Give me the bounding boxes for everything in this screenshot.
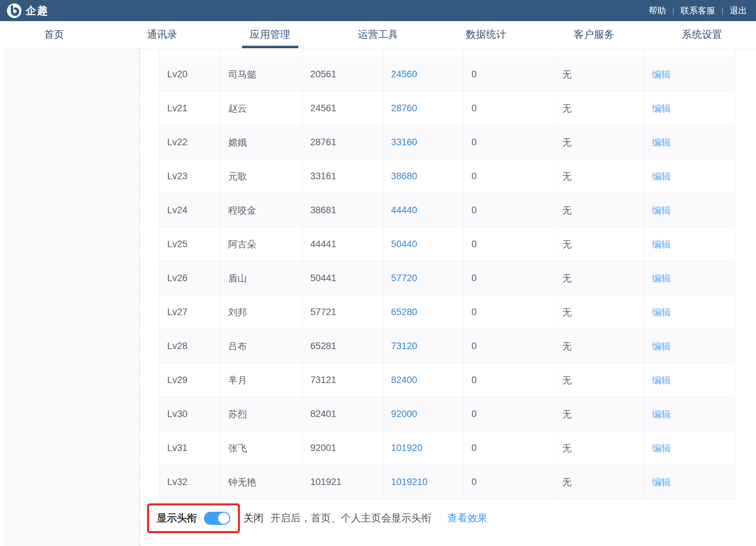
edit-link[interactable]: 编辑 <box>652 102 671 115</box>
exp-from-cell: 57721 <box>303 295 384 329</box>
name-cell: 嫦娥 <box>221 125 303 159</box>
count-cell: 0 <box>464 465 555 499</box>
exp-to-link[interactable]: 1019210 <box>391 477 428 487</box>
edit-link[interactable]: 编辑 <box>652 476 671 488</box>
count-cell: 0 <box>464 363 555 397</box>
title-cell: 无 <box>555 58 644 91</box>
level-cell: Lv30 <box>160 397 221 431</box>
edit-link[interactable]: 编辑 <box>652 204 671 217</box>
exp-to-cell: 57720 <box>384 261 464 295</box>
action-cell: 编辑 <box>644 193 735 227</box>
edit-link[interactable]: 编辑 <box>652 170 671 183</box>
exp-to-link[interactable]: 73120 <box>391 341 417 352</box>
action-cell: 编辑 <box>644 58 735 91</box>
title-cell: 无 <box>555 159 644 193</box>
edit-link[interactable]: 编辑 <box>652 272 671 285</box>
toggle-knob <box>218 513 229 524</box>
brand-logo-icon <box>7 3 22 18</box>
level-cell: Lv29 <box>160 363 221 397</box>
nav-tab-label: 客户服务 <box>574 28 614 42</box>
table-row: Lv23 元歌 33161 38680 0 无 编辑 <box>160 159 735 193</box>
table-row: Lv24 程咬金 38681 44440 0 无 编辑 <box>160 193 735 227</box>
title-cell: 无 <box>555 431 644 465</box>
header-link-logout[interactable]: 退出 <box>730 5 747 16</box>
level-cell: Lv32 <box>160 465 221 499</box>
title-cell: 无 <box>555 125 644 159</box>
edit-link[interactable]: 编辑 <box>652 238 671 251</box>
edit-link[interactable]: 编辑 <box>652 136 671 149</box>
exp-from-cell: 65281 <box>303 329 384 363</box>
header-link-contact-support[interactable]: 联系客服 <box>680 5 715 16</box>
header-links: 帮助 | 联系客服 | 退出 <box>649 5 747 16</box>
exp-to-link[interactable]: 92000 <box>391 409 417 419</box>
nav-tab-operation-tools[interactable]: 运营工具 <box>324 21 432 48</box>
name-cell: 赵云 <box>221 92 303 125</box>
header-link-help[interactable]: 帮助 <box>649 5 666 16</box>
name-cell: 盾山 <box>221 261 303 295</box>
nav-tab-label: 运营工具 <box>358 28 398 42</box>
exp-to-link[interactable]: 38680 <box>391 171 417 182</box>
table-row: Lv27 刘邦 57721 65280 0 无 编辑 <box>160 295 735 329</box>
level-cell: Lv23 <box>160 159 221 193</box>
nav-tab-customer-service[interactable]: 客户服务 <box>540 21 648 48</box>
title-cell: 无 <box>555 261 644 295</box>
view-effect-link[interactable]: 查看效果 <box>447 511 488 525</box>
table-body: Lv20 司马懿 20561 24560 0 无 编辑 Lv21 赵云 2456… <box>160 58 735 499</box>
exp-to-cell: 73120 <box>384 329 464 363</box>
exp-to-link[interactable]: 57720 <box>391 273 417 284</box>
nav-tab-label: 数据统计 <box>466 28 506 42</box>
display-title-toggle[interactable] <box>204 512 230 525</box>
exp-to-link[interactable]: 82400 <box>391 375 417 385</box>
app-header: 企趣 帮助 | 联系客服 | 退出 <box>0 0 756 21</box>
level-cell: Lv21 <box>160 92 221 125</box>
exp-to-link[interactable]: 101920 <box>391 443 422 453</box>
exp-from-cell: 24561 <box>303 92 384 125</box>
exp-from-cell: 38681 <box>303 193 384 227</box>
action-cell: 编辑 <box>644 92 735 125</box>
name-cell: 钟无艳 <box>221 465 303 499</box>
exp-from-cell: 28761 <box>303 125 384 159</box>
exp-to-cell: 1019210 <box>384 465 464 499</box>
edit-link[interactable]: 编辑 <box>652 340 671 353</box>
exp-to-link[interactable]: 50440 <box>391 239 417 250</box>
nav-tab-contacts[interactable]: 通讯录 <box>108 21 216 48</box>
edit-link[interactable]: 编辑 <box>652 374 671 387</box>
exp-from-cell: 73121 <box>303 363 384 397</box>
nav-tab-app-management[interactable]: 应用管理 <box>216 21 324 48</box>
edit-link[interactable]: 编辑 <box>652 306 671 319</box>
count-cell: 0 <box>464 431 555 465</box>
toggle-description: 开启后，首页、个人主页会显示头衔 <box>270 511 431 525</box>
nav-tab-home[interactable]: 首页 <box>0 21 108 48</box>
edit-link[interactable]: 编辑 <box>652 442 671 454</box>
exp-to-link[interactable]: 44440 <box>391 205 417 216</box>
header-separator: | <box>672 6 675 15</box>
edit-link[interactable]: 编辑 <box>652 68 671 81</box>
level-cell: Lv22 <box>160 125 221 159</box>
title-cell: 无 <box>555 397 644 431</box>
title-cell: 无 <box>555 295 644 329</box>
nav-tab-label: 应用管理 <box>250 28 290 42</box>
exp-to-cell: 101920 <box>384 431 464 465</box>
title-cell: 无 <box>555 227 644 261</box>
name-cell: 司马懿 <box>221 58 303 91</box>
exp-from-cell: 82401 <box>303 397 384 431</box>
exp-to-link[interactable]: 24560 <box>391 69 417 80</box>
count-cell: 0 <box>464 295 555 329</box>
nav-tab-data-statistics[interactable]: 数据统计 <box>432 21 540 48</box>
action-cell: 编辑 <box>644 465 735 499</box>
table-row: Lv28 吕布 65281 73120 0 无 编辑 <box>160 329 735 363</box>
table-row: Lv26 盾山 50441 57720 0 无 编辑 <box>160 261 735 295</box>
count-cell: 0 <box>464 193 555 227</box>
toggle-off-label[interactable]: 关闭 <box>243 511 264 525</box>
exp-to-link[interactable]: 33160 <box>391 137 417 148</box>
nav-tab-label: 首页 <box>44 28 64 42</box>
edit-link[interactable]: 编辑 <box>652 408 671 421</box>
title-cell: 无 <box>555 92 644 125</box>
title-cell: 无 <box>555 193 644 227</box>
exp-to-link[interactable]: 65280 <box>391 307 417 318</box>
name-cell: 张飞 <box>221 431 303 465</box>
nav-tab-system-settings[interactable]: 系统设置 <box>648 21 756 48</box>
display-title-label: 显示头衔 <box>157 511 197 525</box>
table-row: Lv31 张飞 92001 101920 0 无 编辑 <box>160 431 735 465</box>
exp-to-link[interactable]: 28760 <box>391 103 417 114</box>
